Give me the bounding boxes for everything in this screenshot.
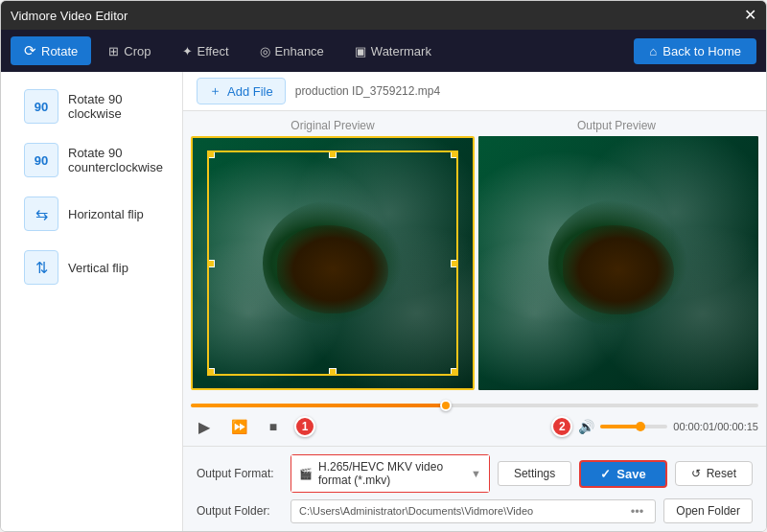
app-title: Vidmore Video Editor: [11, 9, 128, 23]
tab-rotate[interactable]: ⟳ Rotate: [11, 36, 91, 65]
volume-icon: 🔊: [578, 419, 594, 434]
original-preview: [191, 136, 475, 390]
main-content: 90 Rotate 90 clockwise 90 Rotate 90 coun…: [1, 72, 766, 531]
toolbar: ⟳ Rotate ⊞ Crop ✦ Effect ◎ Enhance ▣ Wat…: [1, 30, 766, 72]
output-format-row: Output Format: 🎬 H.265/HEVC MKV video fo…: [197, 454, 753, 493]
title-bar: Vidmore Video Editor ✕: [1, 1, 766, 30]
back-home-button[interactable]: ⌂ Back to Home: [634, 38, 756, 64]
app-window: Vidmore Video Editor ✕ ⟳ Rotate ⊞ Crop ✦…: [0, 0, 767, 532]
rotate-90cw-option[interactable]: 90 Rotate 90 clockwise: [9, 81, 174, 131]
file-header: ＋ Add File production ID_3759212.mp4: [183, 72, 766, 111]
progress-track[interactable]: [191, 404, 758, 407]
enhance-icon: ◎: [260, 44, 270, 58]
volume-fill: [600, 425, 640, 428]
rotate-90ccw-icon: 90: [24, 143, 58, 177]
tab-enhance[interactable]: ◎ Enhance: [246, 38, 337, 64]
rotate-90ccw-label: Rotate 90 counterclockwise: [68, 146, 163, 174]
filename-display: production ID_3759212.mp4: [295, 84, 440, 98]
output-preview-label: Output Preview: [475, 119, 758, 136]
output-format-label: Output Format:: [197, 467, 283, 480]
volume-section: 2 🔊 00:00:01/00:00:15: [551, 416, 758, 437]
progress-bar-container: [183, 398, 766, 407]
output-folder-row: Output Folder: ••• Open Folder: [197, 498, 753, 523]
preview-videos: [191, 136, 758, 390]
rotate-icon: ⟳: [24, 42, 36, 59]
badge-2: 2: [551, 416, 572, 437]
folder-input-wrapper: •••: [291, 499, 656, 523]
stop-button[interactable]: ■: [260, 413, 287, 440]
rotate-90ccw-option[interactable]: 90 Rotate 90 counterclockwise: [9, 135, 174, 185]
badge-1: 1: [294, 416, 315, 437]
time-display: 00:00:01/00:00:15: [673, 421, 758, 432]
folder-dots-button[interactable]: •••: [627, 504, 648, 519]
vflip-label: Vertical flip: [68, 261, 128, 275]
playback-controls: ▶ ⏩ ■ 1 2 🔊 00:00:01/00:00:15: [183, 407, 766, 446]
rotate-90cw-label: Rotate 90 clockwise: [68, 92, 159, 121]
rotate-90cw-icon: 90: [24, 89, 58, 124]
preview-area: Original Preview Output Preview: [183, 111, 766, 398]
tab-watermark[interactable]: ▣ Watermark: [341, 38, 445, 64]
vflip-option[interactable]: ⇅ Vertical flip: [9, 243, 174, 292]
step-forward-button[interactable]: ⏩: [225, 413, 252, 440]
tab-crop[interactable]: ⊞ Crop: [95, 38, 164, 64]
play-button[interactable]: ▶: [191, 413, 218, 440]
preview-labels: Original Preview Output Preview: [191, 119, 758, 136]
crop-icon: ⊞: [108, 44, 119, 58]
save-button[interactable]: ✓ Save: [579, 460, 666, 488]
progress-fill: [191, 404, 446, 407]
folder-path-input[interactable]: [299, 505, 627, 517]
tab-effect[interactable]: ✦ Effect: [169, 38, 243, 64]
add-file-button[interactable]: ＋ Add File: [197, 78, 286, 104]
volume-slider[interactable]: [600, 425, 667, 428]
output-preview: [478, 136, 758, 390]
open-folder-button[interactable]: Open Folder: [663, 498, 753, 523]
original-video-content: [193, 138, 473, 388]
close-button[interactable]: ✕: [744, 8, 756, 23]
settings-button[interactable]: Settings: [498, 461, 571, 486]
home-icon: ⌂: [649, 44, 657, 58]
selection-box: [207, 150, 459, 376]
hflip-icon: ⇆: [24, 197, 58, 231]
checkmark-icon: ✓: [600, 467, 611, 481]
bottom-bar: Output Format: 🎬 H.265/HEVC MKV video fo…: [183, 446, 766, 531]
output-folder-label: Output Folder:: [197, 504, 283, 518]
reset-button[interactable]: ↺ Reset: [675, 461, 753, 486]
right-panel: ＋ Add File production ID_3759212.mp4 Ori…: [183, 72, 766, 531]
plus-icon: ＋: [209, 82, 221, 100]
hflip-option[interactable]: ⇆ Horizontal flip: [9, 189, 174, 239]
output-video-content: [478, 136, 758, 390]
original-preview-label: Original Preview: [191, 119, 475, 136]
left-panel: 90 Rotate 90 clockwise 90 Rotate 90 coun…: [1, 72, 183, 531]
hflip-label: Horizontal flip: [68, 207, 144, 221]
format-icon: 🎬: [299, 468, 313, 480]
volume-thumb[interactable]: [636, 422, 645, 431]
format-select-display[interactable]: 🎬 H.265/HEVC MKV video format (*.mkv): [291, 455, 489, 492]
watermark-icon: ▣: [355, 44, 366, 58]
format-select-wrapper: 🎬 H.265/HEVC MKV video format (*.mkv) ▼: [291, 454, 490, 493]
vflip-icon: ⇅: [24, 250, 58, 285]
reset-icon: ↺: [691, 467, 701, 480]
effect-icon: ✦: [182, 44, 193, 58]
